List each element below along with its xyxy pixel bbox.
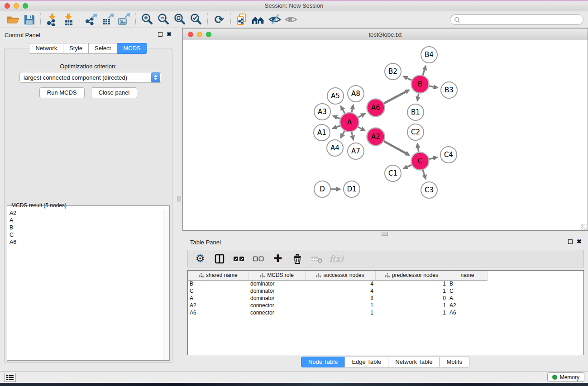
export-network-icon[interactable] [83,12,100,27]
graph-node-A1[interactable]: A1 [314,124,330,141]
table-cell[interactable]: 1 [375,309,448,316]
graph-edge-A-A3[interactable] [337,118,340,119]
table-cell[interactable]: dominator [249,295,305,302]
divider-grip-icon[interactable] [382,232,388,236]
table-row[interactable]: Adominator80A [188,295,583,302]
graph-node-B2[interactable]: B2 [385,63,401,80]
zoom-fit-icon[interactable] [172,12,188,27]
graph-node-A2[interactable]: A2 [367,128,385,146]
memory-button[interactable]: Memory [547,372,584,382]
table-cell[interactable]: 1 [375,302,448,309]
tab-select[interactable]: Select [88,43,117,54]
table-cell[interactable]: B [448,280,487,287]
graph-node-A5[interactable]: A5 [327,88,344,104]
deselect-all-icon[interactable] [253,253,264,265]
tab-style[interactable]: Style [63,43,89,54]
table-cell[interactable]: 1 [305,302,375,309]
graph-edge-B-B1[interactable] [418,93,419,96]
mcds-result-item[interactable]: C [8,231,162,238]
graph-node-D1[interactable]: D1 [344,181,360,197]
table-cell[interactable]: connector [249,309,305,316]
column-header-mcds-role[interactable]: MCDS role [249,271,305,280]
graph-edge-C-C3[interactable] [423,170,424,175]
graph-node-A6[interactable]: A6 [367,99,385,117]
task-history-button[interactable] [4,373,16,382]
graph-node-A[interactable]: A [340,113,359,132]
show-all-networks-icon[interactable] [250,12,267,27]
float-panel-icon[interactable] [568,239,573,244]
save-session-icon[interactable] [21,12,37,27]
graph-edge-A-A2[interactable] [358,127,361,129]
table-cell[interactable]: 0 [375,295,448,302]
function-builder-icon[interactable]: f(x) [330,253,342,265]
tab-node-table[interactable]: Node Table [301,357,345,367]
graph-edge-B-B3[interactable] [429,86,434,87]
table-cell[interactable]: A2 [188,302,249,309]
graph-edge-A-A7[interactable] [352,132,353,135]
import-network-icon[interactable] [44,12,60,27]
network-graph[interactable]: B4B2BB3A5A8A6B1A3AA1C2A2A4A7CC4C1C3DD1 [183,40,588,230]
zoom-in-icon[interactable] [139,12,155,27]
table-cell[interactable]: 4 [305,280,375,287]
settings-icon[interactable]: ⚙ [194,253,206,265]
table-row[interactable]: Cdominator41C [188,287,583,295]
graph-node-A4[interactable]: A4 [327,140,343,156]
table-cell[interactable]: dominator [249,287,305,295]
graph-edge-C-C1[interactable] [407,165,411,167]
graph-edge-A6-B[interactable] [384,92,406,103]
delete-table-icon[interactable] [311,253,323,265]
network-canvas[interactable]: B4B2BB3A5A8A6B1A3AA1C2A2A4A7CC4C1C3DD1 [183,40,588,230]
duplicate-network-icon[interactable] [234,12,250,27]
graph-edge-A2-C[interactable] [384,141,406,153]
column-header-shared-name[interactable]: shared name [188,271,249,280]
graph-node-A3[interactable]: A3 [314,104,330,120]
column-header-successor-nodes[interactable]: successor nodes [305,271,375,280]
open-file-icon[interactable] [5,12,21,27]
graph-node-B4[interactable]: B4 [421,47,437,63]
export-image-icon[interactable] [116,12,132,27]
tab-network[interactable]: Network [29,43,63,54]
export-table-icon[interactable] [100,12,116,27]
mcds-result-item[interactable]: A [8,217,162,224]
table-cell[interactable]: A2 [448,302,487,309]
tab-motifs[interactable]: Motifs [439,357,469,367]
graph-node-C[interactable]: C [411,152,429,170]
table-cell[interactable]: connector [249,302,305,309]
graph-edge-C-C2[interactable] [418,148,418,152]
table-cell[interactable]: A6 [188,309,249,316]
graph-edge-B-B4[interactable] [423,70,425,75]
graph-node-B3[interactable]: B3 [441,82,457,98]
mcds-result-item[interactable]: B [8,224,162,231]
table-cell[interactable]: C [188,287,249,295]
search-field[interactable] [450,14,583,25]
mcds-result-item[interactable]: A6 [8,238,162,246]
table-cell[interactable]: 8 [305,295,375,302]
apply-layout-icon[interactable]: ⟳ [211,12,227,27]
table-cell[interactable]: A [448,295,487,302]
graph-edge-C-C4[interactable] [429,158,433,159]
window-resize-grip[interactable] [581,224,587,230]
table-cell[interactable]: B [188,280,249,287]
graph-edge-A-A8[interactable] [352,109,353,112]
graph-node-C4[interactable]: C4 [440,147,457,163]
graph-edge-A-A4[interactable] [343,131,344,134]
table-cell[interactable]: 4 [305,287,375,295]
add-column-icon[interactable]: ✚ [272,253,284,265]
table-cell[interactable]: 1 [375,287,448,295]
result-scrollbar[interactable] [163,210,169,360]
import-table-icon[interactable] [60,12,76,27]
graph-node-A8[interactable]: A8 [348,86,364,102]
panel-divider-vertical[interactable] [176,28,182,371]
panel-divider-horizontal[interactable] [182,231,588,237]
select-all-icon[interactable] [233,253,245,265]
graph-edge-B-B2[interactable] [407,78,412,81]
close-panel-icon[interactable]: ✖ [577,239,582,244]
delete-column-icon[interactable] [292,253,303,265]
graph-edge-A-A1[interactable] [337,126,340,127]
column-header-predecessor-nodes[interactable]: predecessor nodes [375,271,448,280]
zoom-selected-icon[interactable] [188,12,204,27]
zoom-out-icon[interactable] [155,12,172,27]
mcds-result-item[interactable]: A2 [8,210,162,217]
table-cell[interactable]: A [188,295,249,302]
column-header-name[interactable]: name [448,271,487,280]
